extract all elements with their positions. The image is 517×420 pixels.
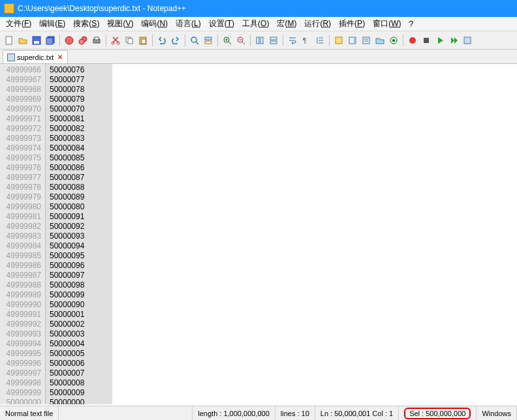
menu-encoding[interactable]: 编码(N) (138, 17, 171, 31)
sync-v-icon[interactable] (253, 34, 266, 47)
line-number: 49999970 (0, 104, 41, 114)
func-list-icon[interactable] (360, 34, 373, 47)
cut-icon[interactable] (109, 34, 122, 47)
lang-icon[interactable] (332, 34, 345, 47)
menu-settings[interactable]: 设置(T) (206, 17, 238, 31)
svg-rect-4 (46, 38, 53, 44)
monitor-icon[interactable] (387, 34, 400, 47)
line-number: 49999973 (0, 134, 41, 143)
stop-macro-icon[interactable] (420, 34, 433, 47)
line-number: 49999992 (0, 320, 41, 329)
line-number: 50000000 (0, 398, 41, 404)
play-multi-icon[interactable] (447, 34, 460, 47)
close-icon[interactable] (63, 34, 76, 47)
statusbar: Normal text file length : 1,000,000,000 … (0, 406, 517, 420)
line-number: 49999998 (0, 378, 41, 388)
menu-tools[interactable]: 工具(O) (239, 17, 272, 31)
status-lines: lines : 10 (275, 406, 315, 420)
wordwrap-icon[interactable] (286, 34, 299, 47)
line-number: 49999999 (0, 388, 41, 398)
new-file-icon[interactable] (3, 34, 16, 47)
menu-window[interactable]: 窗口(W) (369, 17, 404, 31)
svg-rect-30 (270, 41, 277, 44)
svg-rect-19 (205, 41, 212, 44)
line-number: 49999997 (0, 368, 41, 378)
line-number: 49999985 (0, 251, 41, 261)
menu-help[interactable]: ? (405, 18, 416, 30)
play-macro-icon[interactable] (433, 34, 446, 47)
status-position: Ln : 50,000,001 Col : 1 (315, 406, 399, 420)
toolbar: ¶ (0, 31, 517, 50)
editor-whitespace[interactable] (112, 64, 517, 404)
copy-icon[interactable] (123, 34, 136, 47)
line-number: 49999967 (0, 75, 41, 85)
menu-plugins[interactable]: 插件(P) (336, 17, 368, 31)
tab-superdic[interactable]: superdic.txt ✕ (3, 50, 68, 63)
save-icon[interactable] (30, 34, 43, 47)
svg-line-26 (242, 42, 245, 44)
tabbar: superdic.txt ✕ (0, 50, 517, 64)
menu-search[interactable]: 搜索(S) (70, 17, 102, 31)
menu-view[interactable]: 视图(V) (104, 17, 136, 31)
svg-point-43 (392, 39, 395, 42)
sync-h-icon[interactable] (267, 34, 280, 47)
save-macro-icon[interactable] (461, 34, 474, 47)
svg-rect-0 (6, 37, 12, 44)
line-number: 49999977 (0, 173, 41, 183)
line-number: 49999972 (0, 124, 41, 134)
svg-point-44 (409, 37, 416, 44)
close-all-icon[interactable] (76, 34, 89, 47)
menu-edit[interactable]: 编辑(E) (36, 17, 69, 31)
line-number: 49999990 (0, 300, 41, 310)
svg-rect-29 (270, 37, 277, 40)
open-file-icon[interactable] (16, 34, 29, 47)
line-number: 49999982 (0, 222, 41, 232)
editor-area[interactable]: 4999996649999967499999684999996949999970… (0, 64, 517, 404)
line-number: 49999966 (0, 65, 41, 75)
tab-label: superdic.txt (17, 53, 54, 61)
document-icon (7, 53, 15, 61)
doc-map-icon[interactable] (346, 34, 359, 47)
folder-workspace-icon[interactable] (373, 34, 386, 47)
line-number: 49999969 (0, 95, 41, 104)
line-number-gutter: 4999996649999967499999684999996949999970… (0, 64, 46, 404)
svg-rect-9 (95, 37, 99, 40)
line-number: 49999995 (0, 349, 41, 359)
svg-rect-27 (257, 37, 259, 44)
menu-file[interactable]: 文件(F) (3, 17, 35, 31)
svg-point-16 (191, 37, 196, 42)
menu-language[interactable]: 语言(L) (172, 17, 204, 31)
print-icon[interactable] (90, 34, 103, 47)
svg-rect-46 (464, 37, 471, 44)
zoom-in-icon[interactable] (221, 34, 234, 47)
line-number: 49999994 (0, 339, 41, 349)
tab-close-icon[interactable]: ✕ (56, 53, 63, 61)
paste-icon[interactable] (136, 34, 149, 47)
line-number: 49999983 (0, 232, 41, 241)
app-icon (4, 3, 14, 14)
svg-rect-28 (260, 37, 263, 44)
status-filetype: Normal text file (0, 406, 59, 420)
find-icon[interactable] (188, 34, 201, 47)
undo-icon[interactable] (155, 34, 168, 47)
svg-rect-15 (142, 39, 146, 44)
line-number: 49999986 (0, 261, 41, 271)
line-number: 49999987 (0, 271, 41, 280)
window-title: C:\Users\geek\Desktop\superdic.txt - Not… (18, 4, 186, 13)
replace-icon[interactable] (202, 34, 215, 47)
show-all-chars-icon[interactable]: ¶ (300, 34, 313, 47)
save-all-icon[interactable] (44, 34, 57, 47)
line-number: 49999991 (0, 310, 41, 320)
menu-macro[interactable]: 宏(M) (274, 17, 300, 31)
indent-guide-icon[interactable] (313, 34, 326, 47)
titlebar: C:\Users\geek\Desktop\superdic.txt - Not… (0, 0, 517, 17)
svg-text:¶: ¶ (303, 37, 306, 44)
line-number: 49999971 (0, 114, 41, 124)
redo-icon[interactable] (169, 34, 182, 47)
line-number: 49999993 (0, 329, 41, 339)
record-macro-icon[interactable] (406, 34, 419, 47)
menu-run[interactable]: 运行(R) (301, 17, 334, 31)
menubar: 文件(F) 编辑(E) 搜索(S) 视图(V) 编码(N) 语言(L) 设置(T… (0, 17, 517, 31)
svg-point-5 (65, 37, 73, 44)
zoom-out-icon[interactable] (234, 34, 247, 47)
